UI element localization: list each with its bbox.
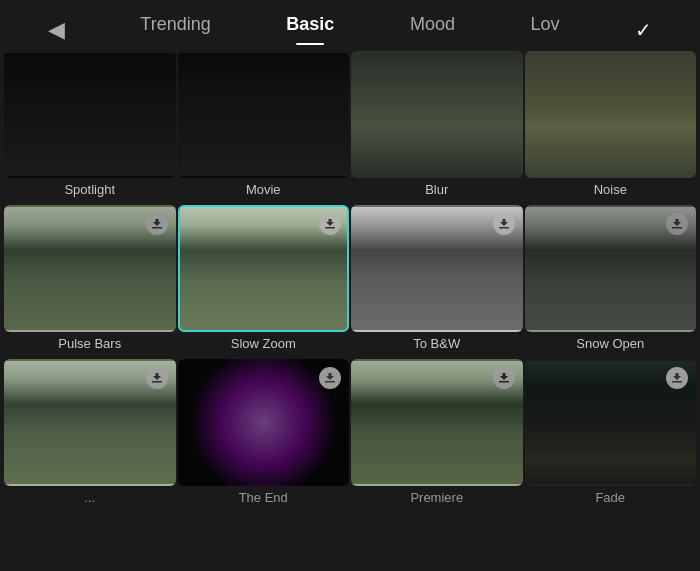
filter-to-bw[interactable]: To B&W: [351, 205, 523, 357]
filter-noise[interactable]: Noise: [525, 51, 697, 203]
filter-label-spotlight: Spotlight: [64, 182, 115, 197]
filter-thumb-snow-open: [525, 205, 697, 332]
filter-label-snow-open: Snow Open: [576, 336, 644, 351]
filter-thumb-spotlight: [4, 51, 176, 178]
download-badge-pulse: [146, 213, 168, 235]
filter-thumb-movie: [178, 51, 350, 178]
svg-rect-3: [672, 227, 682, 229]
filter-label-r3c4: Fade: [525, 490, 697, 505]
filter-thumb-r3c4: [525, 359, 697, 486]
svg-rect-4: [152, 381, 162, 383]
filter-thumb-r3c2: [178, 359, 350, 486]
tab-trending[interactable]: Trending: [140, 14, 210, 45]
filter-snow-open[interactable]: Snow Open: [525, 205, 697, 357]
download-badge-tobw: [493, 213, 515, 235]
back-button[interactable]: ◀: [48, 17, 65, 43]
filter-slow-zoom[interactable]: Slow Zoom: [178, 205, 350, 357]
download-badge-r3c2: [319, 367, 341, 389]
filter-label-r3c2: The End: [178, 490, 350, 505]
filter-label-slow-zoom: Slow Zoom: [231, 336, 296, 351]
filter-label-r3c3: Premiere: [351, 490, 523, 505]
filter-label-movie: Movie: [246, 182, 281, 197]
filter-thumb-blur: [351, 51, 523, 178]
filter-r3c4[interactable]: Fade: [525, 359, 697, 509]
filter-thumb-to-bw: [351, 205, 523, 332]
tab-basic[interactable]: Basic: [286, 14, 334, 45]
filter-pulse-bars[interactable]: Pulse Bars: [4, 205, 176, 357]
download-badge-snowopen: [666, 213, 688, 235]
filter-r3c2[interactable]: The End: [178, 359, 350, 509]
download-badge-r3c3: [493, 367, 515, 389]
tab-mood[interactable]: Mood: [410, 14, 455, 45]
confirm-button[interactable]: ✓: [635, 18, 652, 42]
svg-rect-1: [325, 227, 335, 229]
filter-label-pulse-bars: Pulse Bars: [58, 336, 121, 351]
filter-r3c1[interactable]: ...: [4, 359, 176, 509]
download-badge-r3c1: [146, 367, 168, 389]
filter-label-noise: Noise: [594, 182, 627, 197]
filter-r3c3[interactable]: Premiere: [351, 359, 523, 509]
svg-rect-2: [499, 227, 509, 229]
svg-rect-7: [672, 381, 682, 383]
filter-grid: Spotlight Movie Blur Noise Pulse Bars Sl…: [0, 45, 700, 509]
filter-label-blur: Blur: [425, 182, 448, 197]
download-badge-slowzoom: [319, 213, 341, 235]
filter-thumb-r3c1: [4, 359, 176, 486]
filter-thumb-pulse-bars: [4, 205, 176, 332]
filter-movie[interactable]: Movie: [178, 51, 350, 203]
filter-label-to-bw: To B&W: [413, 336, 460, 351]
svg-rect-5: [325, 381, 335, 383]
filter-thumb-noise: [525, 51, 697, 178]
nav-tabs: ◀ Trending Basic Mood Lov ✓: [0, 0, 700, 45]
filter-thumb-slow-zoom: [178, 205, 350, 332]
download-badge-r3c4: [666, 367, 688, 389]
svg-rect-6: [499, 381, 509, 383]
tab-love[interactable]: Lov: [531, 14, 560, 45]
filter-blur[interactable]: Blur: [351, 51, 523, 203]
filter-spotlight[interactable]: Spotlight: [4, 51, 176, 203]
svg-rect-0: [152, 227, 162, 229]
filter-thumb-r3c3: [351, 359, 523, 486]
filter-label-r3c1: ...: [4, 490, 176, 505]
